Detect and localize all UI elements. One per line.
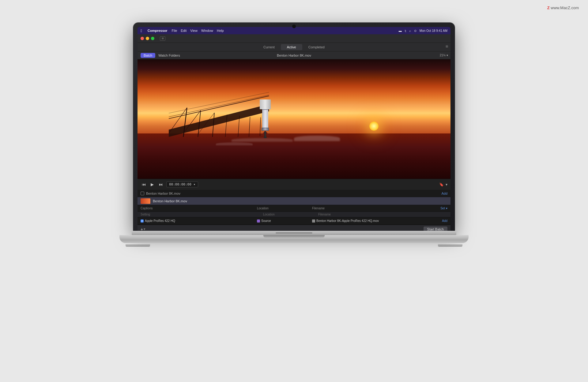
tab-current[interactable]: Current	[257, 44, 281, 50]
job-header-add-button[interactable]: Add	[441, 192, 447, 195]
traffic-lights	[141, 37, 154, 40]
menu-help[interactable]: Help	[217, 29, 224, 32]
window-chrome: ⊞	[138, 34, 450, 43]
bottom-toolbar: + ▾ Start Batch	[138, 225, 450, 231]
filename-header-label: Filename	[312, 207, 440, 210]
user-icon: ⊙	[414, 29, 417, 32]
hinge-detail	[276, 232, 312, 234]
setting-value: A Apple ProRes 422 HQ	[141, 219, 196, 223]
video-preview	[138, 59, 450, 179]
pier	[138, 68, 300, 137]
foot-left	[126, 244, 150, 247]
settings-data-row: A Apple ProRes 422 HQ Source Benton Harb…	[138, 217, 450, 225]
setting-name: Apple ProRes 422 HQ	[145, 219, 175, 223]
playback-controls-left: ⏮ ▶ ⏭ 00:00:00:00 ▾	[141, 182, 198, 188]
watermark-text: www.MacZ.com	[551, 6, 579, 10]
maximize-button[interactable]	[151, 37, 154, 40]
job-item[interactable]: Benton Harbor 8K.mov	[138, 197, 450, 205]
tab-completed[interactable]: Completed	[302, 44, 331, 50]
playback-controls-right: 🔖 ▾	[439, 182, 447, 187]
zoom-level: 21¼ ▾	[440, 54, 448, 57]
batch-row: Batch Watch Folders Benton Harbor 8K.mov…	[138, 51, 450, 59]
laptop-base	[119, 235, 469, 243]
pier-svg	[138, 68, 300, 137]
skip-forward-button[interactable]: ⏭	[158, 182, 164, 188]
output-filename: Benton Harbor 8K-Apple ProRes 422 HQ.mov	[316, 219, 379, 223]
settings-header: Captions Location Filename Set ▾	[138, 205, 450, 212]
search-icon[interactable]: ⌕	[409, 29, 411, 32]
battery-icon: ▬	[399, 29, 402, 32]
minimize-button[interactable]	[146, 37, 149, 40]
job-list-header: Benton Harbor 8K.mov Add	[138, 190, 450, 197]
play-button[interactable]: ▶	[149, 182, 155, 188]
menu-window[interactable]: Window	[201, 29, 213, 32]
timecode-display[interactable]: 00:00:00:00 ▾	[166, 182, 198, 187]
wave1	[232, 138, 293, 142]
tab-bar: Current Active Completed ⊞	[138, 43, 450, 51]
foot-right	[438, 244, 462, 247]
watermark: Z www.MacZ.com	[547, 6, 579, 10]
file-icon	[312, 219, 315, 223]
watch-folders-tab[interactable]: Watch Folders	[155, 53, 183, 58]
laptop-feet	[116, 243, 472, 247]
skip-back-button[interactable]: ⏮	[141, 182, 147, 188]
base-cutout	[263, 235, 325, 238]
job-item-name: Benton Harbor 8K.mov	[153, 199, 187, 203]
ocean	[138, 133, 450, 179]
filename-col-header: Filename	[318, 213, 331, 216]
job-thumbnail	[141, 198, 150, 204]
settings-add-button[interactable]: Add	[442, 219, 447, 223]
svg-line-7	[249, 117, 250, 137]
captions-label: Captions	[141, 207, 196, 210]
lighthouse	[260, 99, 271, 138]
grid-icon: ⊞	[446, 45, 448, 48]
menu-items: File Edit View Window Help	[172, 29, 224, 32]
watermark-icon: Z	[547, 6, 550, 10]
menu-edit[interactable]: Edit	[181, 29, 187, 32]
menubar-left:  Compressor File Edit View Window Help	[141, 28, 399, 33]
zoom-control[interactable]: 21¼ ▾	[440, 54, 448, 57]
job-header-name: Benton Harbor 8K.mov	[146, 192, 180, 195]
menu-file[interactable]: File	[172, 29, 177, 32]
add-chevron-icon[interactable]: ▾	[144, 227, 145, 231]
job-header-icon	[141, 192, 144, 195]
camera-notch	[292, 24, 296, 28]
location-icon	[257, 219, 260, 223]
panel-toggle-icon[interactable]: ⊞	[160, 36, 165, 41]
apple-logo-icon: 	[141, 28, 142, 33]
screen-inner:  Compressor File Edit View Window Help …	[138, 27, 450, 231]
svg-line-1	[169, 96, 269, 119]
sun	[369, 122, 379, 131]
playback-bar: ⏮ ▶ ⏭ 00:00:00:00 ▾ 🔖 ▾	[138, 179, 450, 190]
app-name: Compressor	[148, 29, 168, 32]
wifi-icon: 𝄮	[405, 29, 406, 32]
batch-tab[interactable]: Batch	[141, 53, 155, 58]
menubar-right: ▬ 𝄮 ⌕ ⊙ Mon Oct 18 9:41 AM	[399, 29, 447, 32]
wave2	[294, 136, 340, 141]
batch-filename: Benton Harbor 8K.mov	[277, 54, 311, 57]
location-header-label: Location	[257, 207, 312, 210]
close-button[interactable]	[141, 37, 144, 40]
bookmark-icon[interactable]: 🔖	[439, 182, 444, 187]
location-name: Source	[261, 219, 271, 223]
datetime: Mon Oct 18 9:41 AM	[420, 29, 447, 32]
laptop-frame:  Compressor File Edit View Window Help …	[110, 23, 478, 359]
laptop-hinge	[132, 231, 456, 235]
location-col-header: Location	[263, 213, 318, 216]
add-button[interactable]: +	[141, 227, 143, 231]
wave3	[216, 142, 253, 145]
screen-bezel:  Compressor File Edit View Window Help …	[133, 23, 455, 231]
settings-column-headers: Setting Location Filename	[138, 212, 450, 217]
location-value: Source	[257, 219, 312, 223]
setting-col-header: Setting	[141, 213, 202, 216]
set-button[interactable]: Set ▾	[440, 207, 447, 210]
prores-icon: A	[141, 219, 144, 223]
tab-active[interactable]: Active	[281, 44, 302, 50]
menu-view[interactable]: View	[190, 29, 198, 32]
settings-icon[interactable]: ▾	[446, 182, 447, 187]
start-batch-button[interactable]: Start Batch	[424, 227, 447, 231]
filename-value: Benton Harbor 8K-Apple ProRes 422 HQ.mov	[312, 219, 442, 223]
